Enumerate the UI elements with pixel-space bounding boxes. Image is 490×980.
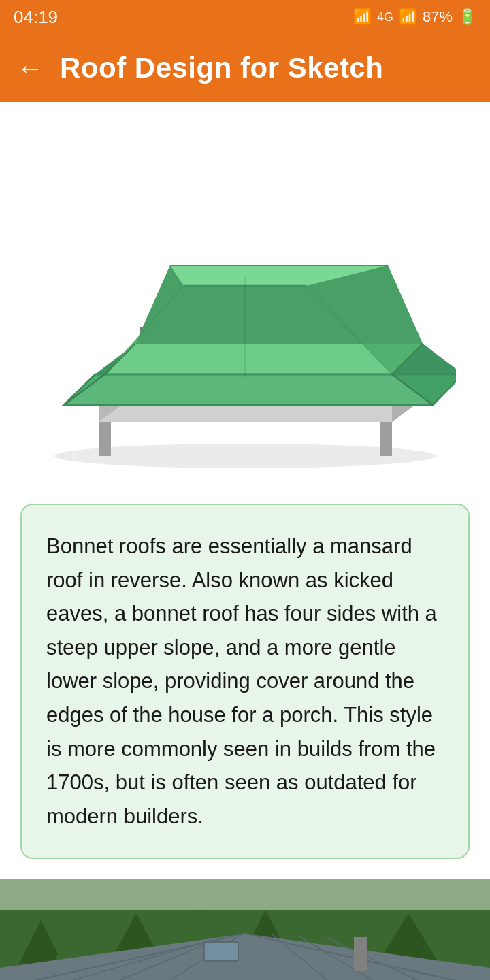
description-box: Bonnet roofs are essentially a mansard r… [20,504,470,859]
signal-icon-2: 📶 [399,8,417,26]
page-title: Roof Design for Sketch [60,52,383,84]
roof-illustration-svg [34,136,456,476]
svg-rect-48 [354,937,368,971]
status-icons: 📶 4G 📶 87% 🔋 [353,8,476,26]
svg-rect-47 [204,942,238,961]
description-text: Bonnet roofs are essentially a mansard r… [46,529,444,833]
main-content: Bonnet roofs are essentially a mansard r… [0,102,490,980]
battery-percent: 87% [423,8,453,26]
status-time: 04:19 [14,7,58,28]
house-photo [0,879,490,980]
back-button[interactable]: ← [16,54,44,82]
signal-icon: 📶 [353,8,372,26]
battery-icon: 🔋 [458,8,476,26]
roof-illustration-container [0,122,490,497]
svg-point-0 [54,444,436,468]
status-bar: 04:19 📶 4G 📶 87% 🔋 [0,0,490,34]
svg-marker-8 [64,374,433,405]
svg-rect-37 [0,879,490,910]
app-bar: ← Roof Design for Sketch [0,34,490,102]
house-photo-svg [0,879,490,980]
data-icon: 4G [377,10,393,24]
